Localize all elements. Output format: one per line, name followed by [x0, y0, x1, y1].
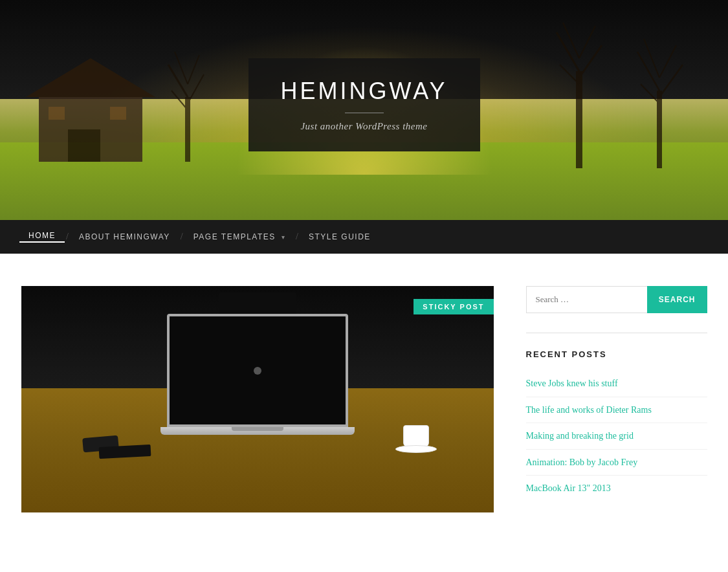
nav-item-templates[interactable]: PAGE TEMPLATES ▾ — [184, 232, 294, 241]
svg-marker-1 — [26, 58, 155, 97]
coffee-cup-icon — [403, 425, 429, 448]
recent-post-link-1[interactable]: Steve Jobs knew his stuff — [526, 379, 618, 388]
hero-header: HEMINGWAY Just another WordPress theme H… — [0, 0, 728, 254]
nav-link-about[interactable]: ABOUT HEMINGWAY — [70, 232, 179, 241]
laptop-screen — [167, 314, 348, 427]
trees-left-icon — [162, 45, 214, 162]
recent-post-link-2[interactable]: The life and works of Dieter Rams — [526, 405, 652, 415]
svg-line-20 — [644, 39, 659, 78]
nav-list: HOME / ABOUT HEMINGWAY / PAGE TEMPLATES … — [19, 231, 380, 243]
recent-posts-widget: RECENT POSTS Steve Jobs knew his stuff T… — [526, 349, 707, 501]
post-card: STICKY POST — [21, 286, 494, 512]
svg-line-15 — [563, 23, 579, 58]
sticky-post-badge: STICKY POST — [414, 299, 493, 314]
nav-link-style[interactable]: STYLE GUIDE — [300, 232, 380, 241]
search-button[interactable]: SEARCH — [647, 286, 707, 313]
nav-separator-2: / — [179, 232, 184, 242]
svg-line-16 — [579, 26, 595, 58]
nav-link-templates[interactable]: PAGE TEMPLATES ▾ — [184, 232, 294, 241]
nav-separator-1: / — [65, 232, 70, 242]
list-item: Animation: Bob by Jacob Frey — [526, 450, 707, 476]
sidebar: SEARCH RECENT POSTS Steve Jobs knew his … — [526, 286, 707, 501]
list-item: Steve Jobs knew his stuff — [526, 371, 707, 397]
nav-item-style[interactable]: STYLE GUIDE — [300, 232, 380, 241]
svg-rect-3 — [49, 107, 65, 120]
recent-post-link-3[interactable]: Making and breaking the grid — [526, 431, 634, 441]
search-input[interactable] — [526, 286, 647, 313]
svg-rect-5 — [185, 97, 190, 162]
site-title-part2: WAY — [390, 78, 448, 104]
hero-title-box: HEMINGWAY Just another WordPress theme — [248, 58, 480, 151]
list-item: Making and breaking the grid — [526, 423, 707, 450]
recent-post-link-5[interactable]: MacBook Air 13" 2013 — [526, 483, 611, 493]
svg-line-6 — [168, 65, 188, 97]
coffee-saucer-icon — [395, 445, 437, 453]
laptop-base — [160, 427, 355, 435]
svg-line-21 — [659, 45, 676, 78]
dropdown-arrow-icon: ▾ — [281, 234, 286, 241]
recent-post-link-4[interactable]: Animation: Bob by Jacob Frey — [526, 457, 638, 467]
main-nav: HOME / ABOUT HEMINGWAY / PAGE TEMPLATES … — [0, 220, 728, 254]
list-item: The life and works of Dieter Rams — [526, 397, 707, 424]
svg-rect-4 — [110, 107, 126, 120]
nav-link-home[interactable]: HOME — [19, 231, 65, 243]
recent-posts-heading: RECENT POSTS — [526, 349, 707, 359]
laptop-icon — [167, 314, 348, 435]
sidebar-divider — [526, 333, 707, 333]
site-title-part1: HEMING — [281, 78, 390, 104]
svg-rect-11 — [576, 71, 582, 168]
recent-posts-list: Steve Jobs knew his stuff The life and w… — [526, 371, 707, 501]
hero-image: HEMINGWAY Just another WordPress theme — [0, 0, 728, 220]
hero-title-divider — [345, 113, 384, 113]
content-area: STICKY POST — [21, 286, 494, 512]
nav-separator-3: / — [294, 232, 300, 242]
trees-right-icon — [553, 13, 696, 168]
search-widget: SEARCH — [526, 286, 707, 313]
svg-line-10 — [188, 55, 199, 84]
nav-item-about[interactable]: ABOUT HEMINGWAY — [70, 232, 179, 241]
site-subtitle: Just another WordPress theme — [281, 121, 448, 132]
svg-rect-2 — [68, 129, 100, 162]
barn-left-icon — [26, 39, 168, 168]
site-title: HEMINGWAY — [281, 78, 448, 105]
list-item: MacBook Air 13" 2013 — [526, 476, 707, 501]
post-featured-image: STICKY POST — [21, 286, 494, 512]
nav-item-home[interactable]: HOME — [19, 231, 65, 243]
nav-link-templates-label: PAGE TEMPLATES — [193, 232, 276, 241]
main-container: STICKY POST SEARCH RECENT POSTS Steve Jo… — [8, 254, 720, 538]
